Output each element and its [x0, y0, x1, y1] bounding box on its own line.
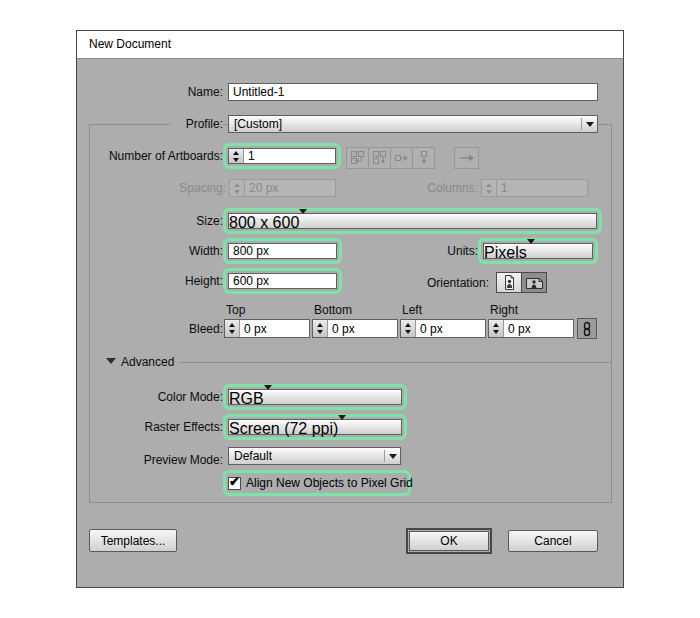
chevron-down-icon[interactable]	[299, 214, 307, 228]
width-label: Width:	[83, 242, 223, 260]
pixel-grid-label: Align New Objects to Pixel Grid	[246, 476, 413, 490]
chevron-down-icon[interactable]	[385, 448, 400, 464]
bleed-top-stepper[interactable]: 0 px	[224, 319, 310, 338]
raster-effects-label: Raster Effects:	[83, 418, 223, 436]
chevron-down-icon[interactable]	[527, 244, 535, 258]
stepper-up-icon[interactable]	[317, 323, 323, 327]
units-label: Units:	[337, 242, 478, 260]
preview-mode-label: Preview Mode:	[83, 451, 223, 469]
stepper-up-icon[interactable]	[493, 323, 499, 327]
bleed-right-header: Right	[490, 304, 570, 317]
cancel-button[interactable]: Cancel	[508, 530, 598, 552]
ok-button-default-frame: OK	[406, 528, 492, 554]
landscape-page-icon	[525, 275, 544, 290]
raster-effects-value: Screen (72 ppi)	[229, 420, 338, 434]
spacing-label: Spacing:	[83, 179, 226, 197]
pixel-grid-highlight-ring: ✔ Align New Objects to Pixel Grid	[223, 470, 411, 496]
artboards-label: Number of Artboards:	[83, 147, 223, 165]
bleed-link-button[interactable]	[577, 318, 597, 339]
raster-effects-highlight-ring: Screen (72 ppi)	[223, 414, 407, 440]
grid-by-column-icon	[372, 150, 388, 166]
bleed-label: Bleed:	[83, 320, 223, 338]
bleed-left-value: 0 px	[416, 320, 485, 337]
stepper-buttons	[229, 149, 244, 163]
dialog-titlebar[interactable]: New Document	[77, 31, 623, 59]
size-dropdown[interactable]: 800 x 600	[228, 213, 597, 229]
stepper-down-icon[interactable]	[493, 330, 499, 334]
templates-button[interactable]: Templates...	[89, 529, 177, 552]
arrange-by-row-icon	[394, 150, 410, 166]
ok-button[interactable]: OK	[409, 531, 489, 551]
stepper-down-icon[interactable]	[229, 330, 235, 334]
stepper-down-icon[interactable]	[317, 330, 323, 334]
orientation-label: Orientation:	[357, 274, 489, 292]
chevron-down-icon[interactable]	[338, 420, 346, 434]
ok-button-label: OK	[440, 534, 457, 548]
height-value: 600 px	[233, 274, 269, 288]
color-mode-label: Color Mode:	[83, 388, 223, 406]
cancel-button-label: Cancel	[534, 534, 571, 548]
stepper-buttons	[489, 320, 504, 337]
size-highlight-ring: 800 x 600	[223, 208, 602, 234]
grid-by-row-button[interactable]	[346, 147, 369, 169]
bleed-bottom-header: Bottom	[314, 304, 394, 317]
bleed-left-stepper[interactable]: 0 px	[400, 319, 486, 338]
stepper-buttons	[225, 320, 240, 337]
chevron-down-icon[interactable]	[582, 116, 597, 132]
profile-value: [Custom]	[229, 116, 581, 132]
stepper-buttons	[313, 320, 328, 337]
stepper-up-icon[interactable]	[405, 323, 411, 327]
stepper-up-icon[interactable]	[229, 323, 235, 327]
name-value: Untitled-1	[233, 85, 284, 99]
screen: New Document Name: Untitled-1 Profile: […	[0, 0, 700, 618]
layout-direction-button[interactable]	[454, 147, 479, 169]
preview-mode-value: Default	[229, 448, 384, 464]
height-input[interactable]: 600 px	[228, 273, 337, 289]
arrange-by-row-button[interactable]	[390, 147, 413, 169]
pixel-grid-checkbox-row[interactable]: ✔ Align New Objects to Pixel Grid	[228, 475, 406, 491]
grid-by-column-button[interactable]	[368, 147, 391, 169]
spacing-value: 20 px	[245, 180, 335, 196]
spacing-stepper: 20 px	[229, 179, 336, 197]
stepper-buttons	[482, 180, 497, 196]
arrow-right-icon	[458, 150, 476, 166]
raster-effects-dropdown[interactable]: Screen (72 ppi)	[228, 419, 402, 435]
bleed-right-value: 0 px	[504, 320, 573, 337]
pixel-grid-checkbox[interactable]: ✔	[228, 477, 241, 490]
bleed-right-stepper[interactable]: 0 px	[488, 319, 574, 338]
columns-label: Columns:	[337, 179, 478, 197]
artboards-highlight-ring: 1	[223, 143, 341, 169]
columns-stepper: 1	[481, 179, 588, 197]
preview-mode-dropdown[interactable]: Default	[228, 447, 401, 465]
color-mode-dropdown[interactable]: RGB	[228, 389, 402, 405]
templates-button-label: Templates...	[101, 534, 166, 548]
stepper-down-icon[interactable]	[233, 158, 239, 162]
width-value: 800 px	[233, 244, 269, 258]
units-highlight-ring: Pixels	[478, 238, 598, 264]
name-input[interactable]: Untitled-1	[228, 83, 598, 101]
bleed-top-value: 0 px	[240, 320, 309, 337]
orientation-portrait-button[interactable]	[496, 272, 522, 293]
advanced-collapse-icon[interactable]	[106, 358, 116, 364]
new-document-dialog: New Document Name: Untitled-1 Profile: […	[76, 30, 624, 588]
orientation-landscape-button[interactable]	[521, 272, 547, 293]
bleed-bottom-value: 0 px	[328, 320, 397, 337]
chevron-down-icon[interactable]	[264, 390, 272, 404]
arrange-by-column-button[interactable]	[412, 147, 435, 169]
stepper-down-icon[interactable]	[405, 330, 411, 334]
portrait-page-icon	[502, 274, 517, 291]
profile-dropdown[interactable]: [Custom]	[228, 115, 598, 133]
artboards-stepper[interactable]: 1	[228, 148, 336, 164]
advanced-separator-line	[179, 362, 612, 363]
bleed-bottom-stepper[interactable]: 0 px	[312, 319, 398, 338]
arrange-by-column-icon	[416, 150, 432, 166]
stepper-up-icon[interactable]	[233, 151, 239, 155]
name-label: Name:	[83, 83, 223, 101]
chain-link-icon	[581, 321, 593, 337]
units-dropdown[interactable]: Pixels	[483, 243, 593, 259]
color-mode-value: RGB	[229, 390, 264, 404]
height-highlight-ring: 600 px	[223, 268, 342, 294]
width-input[interactable]: 800 px	[228, 243, 337, 259]
bleed-top-header: Top	[226, 304, 306, 317]
units-value: Pixels	[484, 244, 527, 258]
